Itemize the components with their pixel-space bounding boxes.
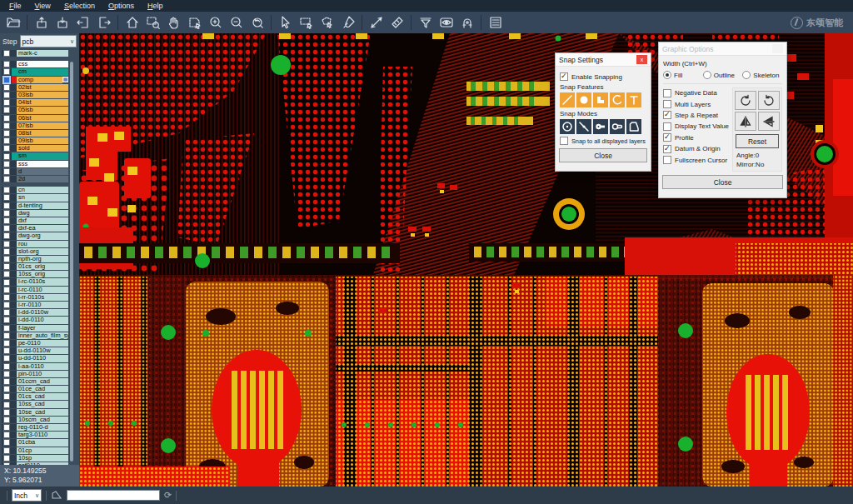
layer-visibility-checkbox[interactable] (3, 130, 10, 137)
menu-selection[interactable]: Selection (58, 2, 101, 10)
layer-row-i-rc-0110s[interactable]: i-rc-0110s (2, 278, 68, 285)
layer-visibility-checkbox[interactable] (3, 241, 10, 247)
zoom-window-icon[interactable] (142, 13, 163, 32)
layer-row-i-dd-0110w[interactable]: i-dd-0110w (2, 309, 68, 316)
import-up-icon[interactable] (31, 13, 52, 32)
option-checkbox[interactable] (663, 89, 671, 97)
layer-visibility-checkbox[interactable] (3, 153, 10, 160)
layer-row-cn[interactable]: cn (2, 187, 68, 193)
layer-visibility-checkbox[interactable] (3, 263, 10, 270)
mode-point-on-line-button[interactable] (576, 119, 591, 134)
filter-icon[interactable] (415, 13, 436, 32)
mode-pad-filled-button[interactable] (593, 119, 608, 134)
step-combobox[interactable]: pcb ∨ (20, 35, 77, 47)
layer-row-dxf[interactable]: dxf (2, 217, 68, 224)
layer-visibility-checkbox[interactable] (3, 232, 10, 239)
layer-visibility-checkbox[interactable] (3, 332, 10, 339)
layer-visibility-checkbox[interactable] (3, 402, 10, 408)
layer-row-sss[interactable]: sss (2, 161, 68, 167)
layer-row-2d[interactable]: 2d (2, 176, 68, 182)
layer-row-cm[interactable]: cm (2, 68, 68, 75)
radio-dot[interactable] (703, 71, 711, 79)
zoom-polygon-icon[interactable] (184, 13, 205, 32)
radio-skeleton[interactable]: Skeleton (742, 71, 782, 79)
option-display-text-value[interactable]: Display Text Value (663, 121, 732, 132)
snap-all-layers-checkbox[interactable] (560, 137, 568, 145)
layer-row-08lst[interactable]: 08lst (2, 130, 68, 137)
option-datum-origin[interactable]: Datum & Origin (663, 143, 732, 154)
layer-visibility-checkbox[interactable] (3, 363, 10, 370)
layer-row-f-layer[interactable]: f-layer (2, 325, 68, 332)
layer-row-06lst[interactable]: 06lst (2, 115, 68, 122)
layer-row-i-rr-0110[interactable]: i-rr-0110 (2, 302, 68, 308)
layer-visibility-checkbox[interactable] (3, 187, 10, 193)
snap-pad-button[interactable] (576, 92, 591, 107)
file-in-icon[interactable] (72, 13, 93, 32)
mode-pad-outline-button[interactable] (610, 119, 625, 134)
layer-row-10ss_orig[interactable]: 10ss_orig (2, 271, 68, 277)
layer-row-10sp[interactable]: 10sp (2, 455, 68, 462)
layer-row-i-aa-0110[interactable]: i-aa-0110 (2, 363, 68, 370)
enable-snapping-checkbox[interactable] (560, 72, 568, 81)
snap-magnet-icon[interactable] (456, 13, 477, 32)
layer-visibility-checkbox[interactable] (3, 194, 10, 201)
layer-row-inner_auto_film_symb[interactable]: inner_auto_film_symb (2, 332, 68, 339)
radio-dot[interactable] (742, 71, 751, 79)
layer-row-03lsb[interactable]: 03lsb (2, 92, 68, 98)
layer-visibility-checkbox[interactable] (3, 99, 10, 106)
layer-visibility-checkbox[interactable] (3, 271, 10, 277)
radio-dot[interactable] (663, 71, 671, 79)
layer-visibility-checkbox[interactable] (3, 168, 10, 175)
mirror-horizontal-button[interactable] (735, 112, 756, 131)
layer-row-10ss_cad[interactable]: 10ss_cad (2, 401, 68, 407)
layer-row-01cs_cad[interactable]: 01cs_cad (2, 393, 68, 400)
radio-fill[interactable]: Fill (663, 71, 703, 79)
layer-visibility-checkbox[interactable] (3, 325, 10, 332)
option-step-repeat[interactable]: Step & Repeat (663, 110, 732, 121)
option-checkbox[interactable] (663, 156, 671, 164)
layer-row-reg-0110-d[interactable]: reg-0110-d (2, 424, 68, 431)
unit-combobox[interactable]: Inch ∨ (12, 489, 42, 502)
command-input[interactable] (67, 490, 160, 501)
layer-row-sn[interactable]: sn (2, 194, 68, 201)
graphic-dialog-titlebar[interactable]: Graphic Options (659, 42, 786, 56)
snap-close-button[interactable]: Close (559, 148, 647, 162)
layer-row-u-dd-0110w[interactable]: u-dd-0110w (2, 347, 68, 354)
graphic-close-button[interactable]: Close (662, 175, 783, 189)
layer-visibility-checkbox[interactable] (3, 61, 10, 67)
option-checkbox[interactable] (663, 145, 671, 153)
layer-row-npth-org[interactable]: npth-org (2, 256, 68, 262)
layer-visibility-checkbox[interactable] (3, 409, 10, 416)
layer-row-10se_cad[interactable]: 10se_cad (2, 409, 68, 416)
layer-row-04lst[interactable]: 04lst (2, 99, 68, 106)
option-profile[interactable]: Profile (663, 132, 732, 143)
layer-visibility-checkbox[interactable] (3, 161, 10, 167)
close-icon[interactable] (772, 44, 783, 53)
menu-view[interactable]: View (29, 2, 57, 10)
layer-visibility-checkbox[interactable] (3, 217, 10, 224)
layer-row-sold[interactable]: sold (2, 145, 68, 152)
layer-row-01cba[interactable]: 01cba (2, 439, 68, 446)
layer-visibility-checkbox[interactable] (3, 137, 10, 144)
layer-row-05lsb[interactable]: 05lsb (2, 107, 68, 113)
zoom-out-icon[interactable] (226, 13, 247, 32)
option-checkbox[interactable] (663, 122, 671, 131)
layer-row-07lsb[interactable]: 07lsb (2, 122, 68, 129)
layer-row-01ce_cad[interactable]: 01ce_cad (2, 386, 68, 392)
layer-row-targ3-0110[interactable]: targ3-0110 (2, 432, 68, 438)
import-down-icon[interactable] (52, 13, 72, 32)
layer-visibility-checkbox[interactable] (3, 92, 10, 98)
layer-row-d-tenting[interactable]: d-tenting (2, 202, 68, 209)
layer-row-dxf-ea[interactable]: dxf-ea (2, 225, 68, 232)
mirror-vertical-button[interactable] (758, 112, 780, 131)
layer-row-i-rr-0110s[interactable]: i-rr-0110s (2, 294, 68, 301)
layer-row-01ccm_cad[interactable]: 01ccm_cad (2, 378, 68, 385)
rotate-ccw-button[interactable] (758, 91, 780, 110)
layer-visibility-checkbox[interactable] (3, 287, 10, 293)
zoom-in-icon[interactable] (205, 13, 226, 32)
enable-snapping-row[interactable]: Enable Snapping (560, 72, 646, 81)
option-multi-layers[interactable]: Multi Layers (663, 98, 732, 109)
rotate-cw-button[interactable] (735, 91, 756, 110)
layer-visibility-checkbox[interactable] (3, 84, 10, 91)
layer-row-sm[interactable]: sm (2, 152, 68, 159)
